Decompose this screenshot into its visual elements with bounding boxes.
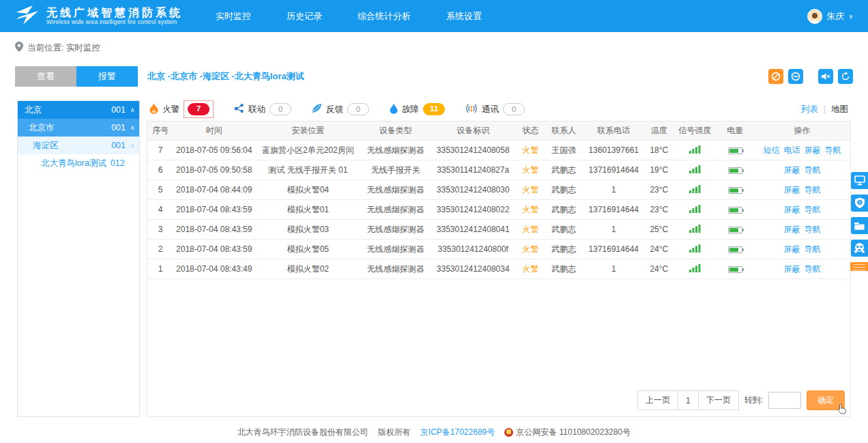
mute-icon[interactable] — [818, 69, 833, 84]
cell-device-id: 335301141240827a — [430, 160, 516, 180]
nav-settings[interactable]: 系统设置 — [446, 10, 482, 23]
battery-icon — [728, 207, 742, 214]
folder-icon[interactable] — [851, 217, 868, 234]
navigate-action[interactable]: 导航 — [804, 185, 820, 195]
cell-location: 模拟火警02 — [255, 259, 361, 279]
app-logo-icon — [15, 5, 40, 28]
main-nav: 实时监控 历史记录 综合统计分析 系统设置 — [216, 10, 482, 23]
cell-signal — [674, 160, 716, 180]
block-action[interactable]: 屏蔽 — [783, 264, 800, 274]
block-action[interactable]: 屏蔽 — [804, 145, 820, 155]
view-list-link[interactable]: 列表 — [801, 104, 818, 115]
filter-count-badge: 7 — [188, 103, 209, 115]
footer-police: 京公网安备 11010802023280号 — [516, 427, 631, 438]
block-icon[interactable] — [768, 69, 783, 84]
block-action[interactable]: 屏蔽 — [783, 165, 800, 175]
tree-node-haidian[interactable]: 海淀区 001 ∧ — [18, 137, 139, 154]
tree-node-count: 001 — [111, 123, 126, 132]
cell-status: 火警 — [516, 180, 545, 200]
region-tree: 北京 001 ∧ 北京市 001 ∧ 海淀区 001 ∧ 北大青鸟lora测试 … — [17, 100, 140, 417]
filter-label: 联动 — [248, 104, 265, 115]
cell-actions: 屏蔽导航 — [754, 259, 850, 279]
block-action[interactable]: 屏蔽 — [783, 185, 800, 195]
avatar — [807, 9, 822, 24]
block-action[interactable]: 屏蔽 — [783, 205, 800, 214]
cell-signal — [674, 220, 716, 240]
goto-page-input[interactable] — [768, 392, 801, 409]
tree-node-beijing[interactable]: 北京 001 ∧ — [18, 101, 139, 119]
navigate-action[interactable]: 导航 — [804, 244, 820, 254]
cell-seq: 1 — [147, 259, 173, 279]
cell-battery — [716, 240, 753, 259]
table-row: 62018-07-05 09:50:58测试 无线手报开关 01无线手报开关33… — [147, 160, 850, 180]
chevron-up-icon[interactable]: ∧ — [126, 106, 139, 113]
tree-node-lora-test[interactable]: 北大青鸟lora测试 012 — [18, 154, 139, 172]
next-page-button[interactable]: 下一页 — [699, 390, 739, 410]
user-menu[interactable]: 朱庆 ∨ — [807, 9, 853, 24]
page-footer: 北大青鸟环宇消防设备股份有限公司 版权所有 京ICP备17022689号 京公网… — [0, 427, 868, 438]
shield-gear-icon[interactable] — [851, 195, 868, 212]
chevron-up-icon[interactable]: ∧ — [126, 124, 139, 131]
navigate-action[interactable]: 导航 — [804, 205, 820, 214]
filter-comm[interactable]: 通讯 0 — [465, 103, 525, 115]
cell-signal — [674, 180, 716, 200]
cell-actions: 屏蔽导航 — [754, 180, 850, 200]
cell-device-type: 无线感烟探测器 — [361, 220, 430, 240]
cell-time: 2018-07-04 08:44:09 — [173, 180, 255, 200]
filter-linkage[interactable]: 联动 0 — [234, 103, 291, 115]
pagination: 上一页 1 下一页 转到: 确定 — [147, 384, 850, 416]
tree-node-beijing-city[interactable]: 北京市 001 ∧ — [18, 119, 139, 137]
tab-view[interactable]: 查看 — [15, 66, 76, 87]
block-action[interactable]: 屏蔽 — [783, 244, 800, 254]
nav-realtime-monitor[interactable]: 实时监控 — [216, 10, 251, 23]
tree-node-label: 北京市 — [29, 122, 55, 134]
cell-time: 2018-07-05 09:56:04 — [173, 141, 255, 160]
cell-device-type: 无线感烟探测器 — [361, 200, 430, 220]
view-map-link[interactable]: 地图 — [831, 104, 848, 115]
prev-page-button[interactable]: 上一页 — [637, 390, 678, 410]
block-action[interactable]: 屏蔽 — [783, 225, 800, 234]
tab-alarm[interactable]: 报警 — [76, 66, 138, 87]
current-page-button[interactable]: 1 — [678, 390, 699, 410]
refresh-icon[interactable] — [838, 69, 853, 84]
chevron-up-icon[interactable]: ∧ — [126, 142, 139, 149]
navigate-action[interactable]: 导航 — [804, 225, 820, 234]
cell-device-id: 3353012412408034 — [430, 259, 516, 279]
side-toolbar-tag[interactable] — [850, 262, 868, 271]
cell-time: 2018-07-05 09:50:58 — [173, 160, 255, 180]
cell-temp: 24°C — [645, 259, 674, 279]
footer-copyright: 版权所有 — [378, 427, 411, 438]
filter-feedback[interactable]: 反馈 0 — [312, 103, 369, 115]
table-row: 72018-07-05 09:56:04蓝旗营小区2单元202房间无线感烟探测器… — [147, 141, 850, 160]
cell-contact: 武鹏志 — [545, 160, 583, 180]
nav-history[interactable]: 历史记录 — [287, 10, 322, 23]
cell-location: 模拟火警03 — [255, 220, 361, 240]
table-row: 12018-07-04 08:43:49模拟火警02无线感烟探测器3353012… — [147, 259, 850, 279]
col-temp: 温度 — [645, 122, 674, 141]
cell-device-type: 无线感烟探测器 — [361, 240, 430, 259]
filter-fault[interactable]: 故障 11 — [390, 103, 445, 116]
fault-icon — [390, 103, 398, 116]
minus-circle-icon[interactable] — [788, 69, 803, 84]
cell-actions: 屏蔽导航 — [754, 160, 850, 180]
region-path: 北京 -北京市 -海淀区 -北大青鸟lora测试 — [147, 70, 304, 83]
call-action[interactable]: 电话 — [783, 145, 800, 155]
navigate-action[interactable]: 导航 — [804, 264, 820, 274]
filter-count-badge: 0 — [503, 103, 525, 115]
monitor-icon[interactable] — [851, 172, 868, 189]
confirm-button[interactable]: 确定 — [807, 390, 845, 410]
nav-statistics[interactable]: 综合统计分析 — [358, 10, 411, 23]
cell-seq: 3 — [147, 220, 173, 240]
gas-mask-icon[interactable] — [851, 240, 868, 257]
alarm-panel: 火警 7 联动 0 反馈 0 — [147, 100, 851, 417]
filter-fire[interactable]: 火警 7 — [149, 100, 214, 118]
table-row: 52018-07-04 08:44:09模拟火警04无线感烟探测器3353012… — [147, 180, 850, 200]
sms-action[interactable]: 短信 — [763, 145, 779, 155]
col-time: 时间 — [173, 122, 255, 141]
navigate-action[interactable]: 导航 — [804, 165, 820, 175]
navigate-action[interactable]: 导航 — [824, 145, 841, 155]
col-device-type: 设备类型 — [361, 122, 430, 141]
footer-icp-link[interactable]: 京ICP备17022689号 — [420, 427, 495, 438]
col-actions: 操作 — [754, 122, 850, 141]
cell-status: 火警 — [516, 240, 545, 259]
